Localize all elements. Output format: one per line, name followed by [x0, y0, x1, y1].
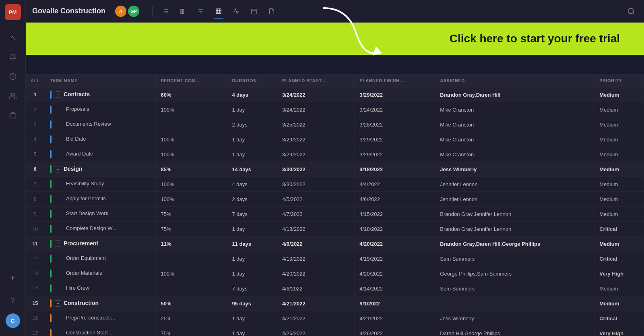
calendar-view-btn[interactable] — [248, 5, 260, 18]
sidebar-item-help[interactable]: ? — [5, 292, 21, 309]
task-name-cell[interactable]: Proposals — [45, 102, 156, 117]
task-name-cell[interactable]: Order Materials — [45, 266, 156, 281]
task-percent — [156, 281, 227, 296]
task-assigned: Daren Hill,George Phillips — [435, 326, 594, 336]
task-name-text: Bid Date — [66, 136, 86, 142]
task-name-cell[interactable]: Construction Start ... — [45, 326, 156, 336]
collapse-icon[interactable]: − — [55, 166, 61, 172]
table-view-btn[interactable] — [212, 5, 225, 18]
table-row[interactable]: 5Award Date100%1 day3/29/20223/29/2022Mi… — [26, 147, 644, 162]
col-all[interactable]: ALL — [26, 74, 45, 87]
collapse-icon[interactable]: − — [55, 300, 61, 307]
task-name-cell[interactable]: Hire Crew — [45, 281, 156, 296]
docs-view-btn[interactable] — [265, 5, 278, 18]
task-start: 3/30/2022 — [277, 177, 354, 192]
table-row[interactable]: 9Start Design Work75%7 days4/7/20224/15/… — [26, 207, 644, 222]
task-duration: 1 day — [227, 326, 277, 336]
table-row[interactable]: 6−Design85%14 days3/30/20224/18/2022Jess… — [26, 162, 644, 177]
table-row[interactable]: 12Order Equipment1 day4/19/20224/19/2022… — [26, 251, 644, 266]
task-name-text: Start Design Work — [66, 210, 108, 216]
table-row[interactable]: 15−Construction50%95 days4/21/20229/1/20… — [26, 296, 644, 311]
task-percent: 100% — [156, 266, 227, 281]
task-name-cell[interactable]: Start Design Work — [45, 207, 156, 222]
table-row[interactable]: 1−Contracts60%4 days3/24/20223/29/2022Br… — [26, 87, 644, 102]
table-row[interactable]: 17Construction Start ...75%1 day4/26/202… — [26, 326, 644, 336]
task-name-cell[interactable]: Order Equipment — [45, 251, 156, 266]
task-duration: 14 days — [227, 162, 277, 177]
task-percent: 75% — [156, 326, 227, 336]
collapse-icon[interactable]: − — [55, 91, 61, 98]
pulse-view-btn[interactable] — [230, 5, 243, 18]
task-percent: 100% — [156, 177, 227, 192]
sidebar-item-timeline[interactable] — [5, 68, 21, 85]
free-trial-banner[interactable]: Click here to start your free trial — [26, 23, 644, 55]
sidebar-item-notifications[interactable] — [5, 49, 21, 65]
row-id: 2 — [26, 102, 45, 117]
sidebar-item-home[interactable]: ⌂ — [5, 30, 21, 46]
col-task-name[interactable]: TASK NAME — [45, 74, 156, 87]
task-name-cell[interactable]: Complete Design W... — [45, 222, 156, 236]
list-view-btn[interactable] — [159, 5, 172, 18]
col-duration[interactable]: DURATION — [227, 74, 277, 87]
task-percent — [156, 117, 227, 132]
task-percent: 100% — [156, 102, 227, 117]
table-row[interactable]: 2Proposals100%1 day3/24/20223/24/2022Mik… — [26, 102, 644, 117]
col-planned-start[interactable]: PLANNED START... — [277, 74, 354, 87]
avatar-user2: GP — [128, 6, 139, 17]
task-assigned: Mike Cranston — [435, 147, 594, 162]
task-name-cell[interactable]: −Construction — [45, 296, 156, 311]
filter-view-btn[interactable] — [194, 5, 207, 18]
table-row[interactable]: 10Complete Design W...75%1 day4/18/20224… — [26, 222, 644, 236]
table-row[interactable]: 4Bid Date100%1 day3/29/20223/29/2022Mike… — [26, 132, 644, 147]
task-start: 3/29/2022 — [277, 132, 354, 147]
task-finish: 4/15/2022 — [355, 207, 435, 222]
task-duration: 7 days — [227, 207, 277, 222]
task-name-cell[interactable]: −Contracts — [45, 87, 156, 102]
task-start: 4/6/2022 — [277, 281, 354, 296]
svg-rect-14 — [216, 9, 221, 14]
task-name-cell[interactable]: −Procurement — [45, 236, 156, 251]
task-name-cell[interactable]: Award Date — [45, 147, 156, 162]
task-name-cell[interactable]: Documents Review — [45, 117, 156, 132]
task-name-cell[interactable]: Bid Date — [45, 132, 156, 147]
collapse-icon[interactable]: − — [55, 241, 61, 247]
task-duration: 2 days — [227, 117, 277, 132]
task-name-cell[interactable]: Feasibility Study — [45, 177, 156, 192]
app-logo: PM — [5, 4, 21, 20]
search-btn[interactable] — [625, 5, 638, 18]
sidebar: PM ⌂ + ? G — [0, 0, 26, 336]
table-row[interactable]: 7Feasibility Study100%4 days3/30/20224/4… — [26, 177, 644, 192]
task-name-cell[interactable]: −Design — [45, 162, 156, 177]
gantt-view-btn[interactable] — [177, 5, 190, 18]
sidebar-item-add[interactable]: + — [5, 270, 21, 286]
table-row[interactable]: 14Hire Crew7 days4/6/20224/14/2022Sam Su… — [26, 281, 644, 296]
task-duration: 1 day — [227, 102, 277, 117]
table-row[interactable]: 11−Procurement11%11 days4/6/20224/20/202… — [26, 236, 644, 251]
col-percent[interactable]: PERCENT COM... — [156, 74, 227, 87]
task-finish: 3/28/2022 — [355, 117, 435, 132]
task-finish: 4/19/2022 — [355, 251, 435, 266]
task-percent: 11% — [156, 236, 227, 251]
free-trial-text: Click here to start your free trial — [450, 32, 620, 45]
task-start: 4/5/2022 — [277, 192, 354, 207]
table-row[interactable]: 3Documents Review2 days3/25/20223/28/202… — [26, 117, 644, 132]
row-id: 15 — [26, 296, 45, 311]
task-duration: 7 days — [227, 281, 277, 296]
sidebar-item-team[interactable] — [5, 88, 21, 104]
col-priority[interactable]: PRIORITY — [594, 74, 644, 87]
task-name-cell[interactable]: Apply for Permits — [45, 192, 156, 207]
sidebar-item-portfolio[interactable] — [5, 107, 21, 123]
row-id: 11 — [26, 236, 45, 251]
task-percent: 100% — [156, 192, 227, 207]
task-finish: 4/18/2022 — [355, 222, 435, 236]
task-name-cell[interactable]: Prep/Pre-constructi... — [45, 311, 156, 326]
table-row[interactable]: 16Prep/Pre-constructi...25%1 day4/21/202… — [26, 311, 644, 326]
task-assigned: George Phillips,Sam Summers — [435, 266, 594, 281]
table-row[interactable]: 13Order Materials100%1 day4/20/20224/20/… — [26, 266, 644, 281]
col-assigned[interactable]: ASSIGNED — [435, 74, 594, 87]
task-assigned: Jess Wimberly — [435, 311, 594, 326]
task-finish: 9/1/2022 — [355, 296, 435, 311]
col-planned-finish[interactable]: PLANNED FINISH ... — [355, 74, 435, 87]
task-priority: Very High — [594, 326, 644, 336]
table-row[interactable]: 8Apply for Permits100%2 days4/5/20224/6/… — [26, 192, 644, 207]
